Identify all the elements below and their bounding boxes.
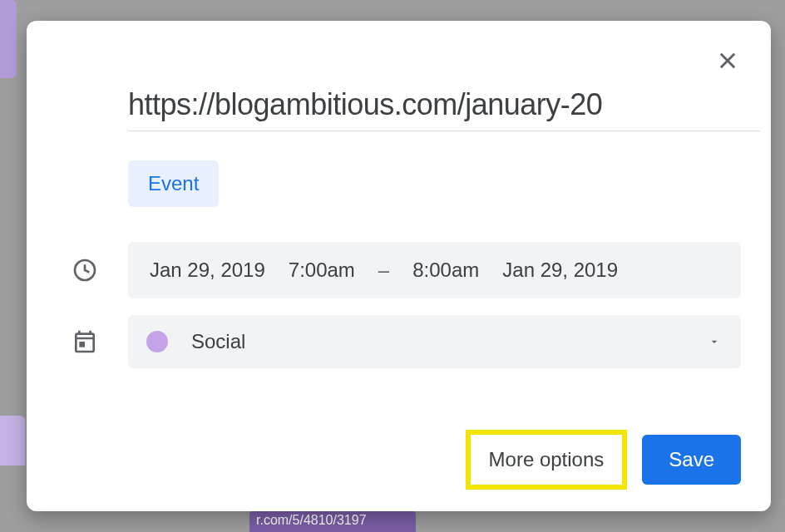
calendar-row: Social — [57, 315, 741, 368]
tab-event[interactable]: Event — [128, 160, 219, 207]
background-event-block — [0, 0, 17, 78]
chevron-down-icon — [708, 330, 721, 353]
modal-footer: More options Save — [466, 430, 741, 490]
calendar-color-dot — [146, 331, 168, 352]
more-options-button[interactable]: More options — [466, 430, 628, 490]
background-event-block: r.com/5/4810/3197 — [249, 511, 416, 532]
event-title-input[interactable] — [128, 87, 760, 131]
time-separator: – — [378, 259, 389, 282]
calendar-name: Social — [191, 330, 245, 353]
calendar-selector[interactable]: Social — [128, 315, 741, 368]
close-icon — [716, 49, 739, 72]
end-date[interactable]: Jan 29, 2019 — [502, 259, 618, 282]
datetime-selector[interactable]: Jan 29, 2019 7:00am – 8:00am Jan 29, 201… — [128, 242, 741, 298]
start-time[interactable]: 7:00am — [289, 259, 355, 282]
close-button[interactable] — [711, 44, 744, 77]
event-create-modal: Event Jan 29, 2019 7:00am – 8:00am Jan 2… — [27, 21, 771, 511]
clock-icon — [70, 255, 100, 285]
background-event-block — [0, 416, 25, 466]
end-time[interactable]: 8:00am — [412, 259, 479, 282]
event-type-tabs: Event — [128, 160, 741, 207]
calendar-icon — [70, 327, 100, 357]
svg-rect-3 — [79, 342, 85, 347]
datetime-row: Jan 29, 2019 7:00am – 8:00am Jan 29, 201… — [57, 242, 741, 298]
save-button[interactable]: Save — [642, 435, 741, 485]
start-date[interactable]: Jan 29, 2019 — [150, 259, 265, 282]
